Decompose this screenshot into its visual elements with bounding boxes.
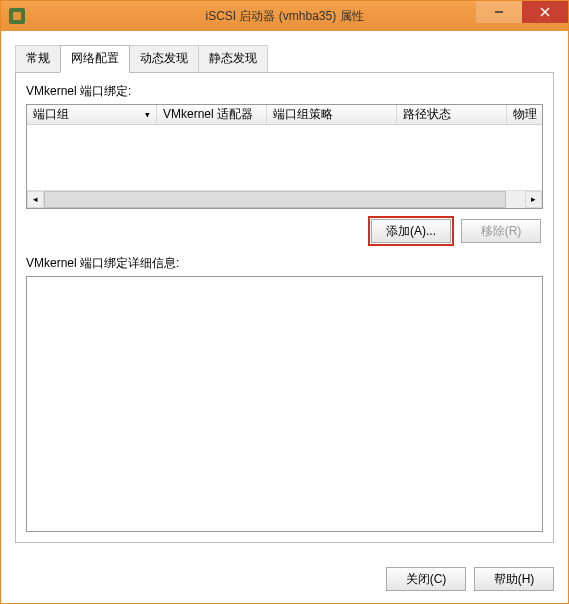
col-physical-label: 物理 <box>513 106 537 123</box>
scroll-track[interactable] <box>44 191 525 208</box>
tab-static-discovery[interactable]: 静态发现 <box>198 45 268 72</box>
tab-panel: VMkernel 端口绑定: 端口组 ▸ VMkernel 适配器 端口组策略 … <box>15 72 554 543</box>
remove-button: 移除(R) <box>461 219 541 243</box>
minimize-button[interactable] <box>476 1 522 23</box>
help-button[interactable]: 帮助(H) <box>474 567 554 591</box>
details-label: VMkernel 端口绑定详细信息: <box>26 255 543 272</box>
col-port-policy[interactable]: 端口组策略 <box>267 105 397 124</box>
sort-indicator-icon: ▸ <box>143 112 153 117</box>
col-vmk-adapter-label: VMkernel 适配器 <box>163 106 253 123</box>
scroll-thumb[interactable] <box>44 191 506 208</box>
col-port-group-label: 端口组 <box>33 106 69 123</box>
tab-dynamic-discovery[interactable]: 动态发现 <box>129 45 199 72</box>
close-button[interactable] <box>522 1 568 23</box>
dialog-buttons: 关闭(C) 帮助(H) <box>1 557 568 603</box>
port-binding-table[interactable]: 端口组 ▸ VMkernel 适配器 端口组策略 路径状态 物理 <box>26 104 543 209</box>
port-binding-label: VMkernel 端口绑定: <box>26 83 543 100</box>
table-header-row: 端口组 ▸ VMkernel 适配器 端口组策略 路径状态 物理 <box>27 105 542 125</box>
details-box <box>26 276 543 532</box>
tab-strip: 常规 网络配置 动态发现 静态发现 <box>15 45 554 72</box>
tab-general[interactable]: 常规 <box>15 45 61 72</box>
col-path-status-label: 路径状态 <box>403 106 451 123</box>
col-physical[interactable]: 物理 <box>507 105 542 124</box>
col-path-status[interactable]: 路径状态 <box>397 105 507 124</box>
window-title: iSCSI 启动器 (vmhba35) 属性 <box>205 8 363 25</box>
app-icon <box>9 8 25 24</box>
minimize-icon <box>494 7 504 17</box>
window-controls <box>476 1 568 31</box>
horizontal-scrollbar[interactable]: ◂ ▸ <box>27 190 542 207</box>
add-button[interactable]: 添加(A)... <box>371 219 451 243</box>
client-area: 常规 网络配置 动态发现 静态发现 VMkernel 端口绑定: 端口组 ▸ V… <box>1 31 568 557</box>
table-body <box>27 125 542 190</box>
dialog-window: iSCSI 启动器 (vmhba35) 属性 常规 网络配置 动态发现 静态发现… <box>0 0 569 604</box>
scroll-left-button[interactable]: ◂ <box>27 191 44 208</box>
col-port-policy-label: 端口组策略 <box>273 106 333 123</box>
tab-network-config[interactable]: 网络配置 <box>60 45 130 73</box>
col-port-group[interactable]: 端口组 ▸ <box>27 105 157 124</box>
titlebar[interactable]: iSCSI 启动器 (vmhba35) 属性 <box>1 1 568 31</box>
scroll-right-button[interactable]: ▸ <box>525 191 542 208</box>
close-dialog-button[interactable]: 关闭(C) <box>386 567 466 591</box>
close-icon <box>540 7 550 17</box>
binding-buttons: 添加(A)... 移除(R) <box>26 219 543 243</box>
col-vmk-adapter[interactable]: VMkernel 适配器 <box>157 105 267 124</box>
